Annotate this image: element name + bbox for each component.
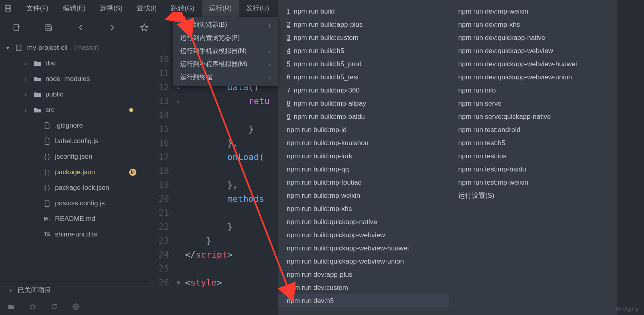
script-item[interactable]: npm run build:h5_prod bbox=[278, 57, 449, 71]
script-item[interactable]: npm run test:mp-weixin bbox=[449, 176, 617, 189]
menu-select[interactable]: 选择(S) bbox=[93, 0, 130, 17]
tree-file[interactable]: { }package-lock.json bbox=[0, 180, 149, 195]
script-item[interactable]: npm run test:ios bbox=[449, 150, 617, 163]
run-menu-item[interactable]: 运行到手机或模拟器(N)› bbox=[173, 45, 278, 58]
tree-item-label: public bbox=[45, 91, 63, 98]
save-icon[interactable] bbox=[44, 23, 53, 32]
tree-file[interactable]: postcss.config.js bbox=[0, 195, 149, 211]
bug-icon[interactable] bbox=[29, 303, 37, 311]
script-item[interactable]: npm run build:mp-baidu bbox=[278, 110, 449, 123]
folder-icon bbox=[33, 75, 41, 83]
script-item[interactable]: npm run build:h5_test bbox=[278, 71, 449, 84]
project-icon: U bbox=[15, 44, 23, 52]
run-menu-item[interactable]: 运行到终端› bbox=[173, 71, 278, 84]
back-icon[interactable] bbox=[76, 23, 85, 32]
script-item[interactable]: npm run build:mp-toutiao bbox=[278, 176, 449, 189]
menu-edit[interactable]: 编辑(E) bbox=[56, 0, 93, 17]
json-icon: { } bbox=[43, 184, 51, 192]
folder-icon bbox=[33, 106, 41, 114]
script-item[interactable]: npm run build:mp-alipay bbox=[278, 97, 449, 110]
script-item[interactable]: npm run dev:quickapp-webview bbox=[449, 44, 617, 57]
closed-projects[interactable]: › 已关闭项目 bbox=[0, 282, 149, 298]
script-item[interactable]: npm run build:mp-qq bbox=[278, 163, 449, 176]
file-icon bbox=[43, 122, 51, 130]
tree-folder[interactable]: ›node_modules bbox=[0, 71, 149, 87]
menu-file[interactable]: 文件(F) bbox=[19, 0, 56, 17]
line-number: 13 bbox=[149, 94, 169, 108]
tree-item-label: .gitignore bbox=[55, 122, 83, 130]
terminal-scripts-submenu: npm run buildnpm run build:app-plusnpm r… bbox=[278, 0, 617, 315]
fold-marker bbox=[174, 262, 183, 276]
tree-file[interactable]: { }package.jsonM bbox=[0, 164, 149, 180]
forward-icon[interactable] bbox=[108, 23, 117, 32]
menu-publish[interactable]: 发行(U) bbox=[239, 0, 276, 17]
new-file-icon[interactable] bbox=[12, 23, 22, 32]
script-item[interactable]: npm run serve bbox=[449, 97, 617, 110]
fold-marker bbox=[174, 136, 183, 150]
app-logo-icon bbox=[4, 4, 12, 12]
svg-text:U: U bbox=[18, 46, 20, 50]
tree-file[interactable]: .gitignore bbox=[0, 118, 149, 133]
sync-icon[interactable] bbox=[50, 303, 58, 311]
ts-icon: TS bbox=[43, 230, 51, 238]
tree-folder[interactable]: ›public bbox=[0, 87, 149, 102]
script-item[interactable]: npm run dev:h5 bbox=[278, 294, 449, 307]
menu-find[interactable]: 查找(I) bbox=[130, 0, 164, 17]
script-item[interactable]: npm run build:mp-360 bbox=[278, 84, 449, 97]
run-menu-label: 运行到小程序模拟器(M) bbox=[180, 60, 247, 69]
tree-item-label: dist bbox=[45, 59, 56, 67]
folder-icon[interactable] bbox=[7, 303, 15, 311]
chevron-right-icon: › bbox=[269, 75, 271, 81]
globe-icon[interactable] bbox=[72, 303, 80, 311]
tree-folder[interactable]: ›dist bbox=[0, 55, 149, 71]
script-item[interactable]: npm run dev:app-plus bbox=[278, 268, 449, 281]
script-item[interactable]: npm run build:app-plus bbox=[278, 18, 449, 31]
script-item[interactable]: npm run dev:mp-xhs bbox=[449, 18, 617, 31]
tree-file[interactable]: babel.config.js bbox=[0, 133, 149, 149]
tree-file[interactable]: { }jsconfig.json bbox=[0, 149, 149, 164]
fold-marker[interactable]: ⊟ bbox=[174, 276, 183, 289]
script-item[interactable]: 运行设置(S) bbox=[449, 189, 617, 202]
script-item[interactable]: npm run build:mp-weixin bbox=[278, 189, 449, 202]
run-menu-item[interactable]: 运行到小程序模拟器(M)› bbox=[173, 58, 278, 71]
script-item[interactable]: npm run dev:quickapp-webview-union bbox=[449, 71, 617, 84]
script-item[interactable]: npm run build:mp-lark bbox=[278, 150, 449, 163]
fold-marker bbox=[174, 108, 183, 122]
script-item[interactable]: npm run dev:mp-weixin bbox=[449, 5, 617, 18]
script-item[interactable]: npm run dev:custom bbox=[278, 281, 449, 294]
script-item[interactable]: npm run build:quickapp-webview bbox=[278, 228, 449, 242]
script-item[interactable]: npm run build:quickapp-webview-huawei bbox=[278, 242, 449, 255]
run-menu-item[interactable]: 运行到内置浏览器(P) bbox=[173, 32, 278, 45]
script-item[interactable]: npm run build:mp-jd bbox=[278, 123, 449, 136]
script-item[interactable]: npm run build:quickapp-webview-union bbox=[278, 255, 449, 268]
js-icon bbox=[43, 137, 51, 145]
script-item[interactable]: npm run build:h5 bbox=[278, 44, 449, 57]
scripts-column-1: npm run buildnpm run build:app-plusnpm r… bbox=[278, 5, 449, 310]
menu-goto[interactable]: 跳转(G) bbox=[164, 0, 202, 17]
script-item[interactable]: npm run build bbox=[278, 5, 449, 18]
star-icon[interactable] bbox=[140, 23, 149, 32]
tree-file[interactable]: TSshime-uni.d.ts bbox=[0, 226, 149, 242]
tree-item-label: package-lock.json bbox=[55, 184, 109, 192]
script-item[interactable]: npm run build:custom bbox=[278, 31, 449, 44]
script-item[interactable]: npm run serve:quickapp-native bbox=[449, 110, 617, 123]
tree-folder[interactable]: ›src bbox=[0, 102, 149, 118]
tree-item-label: shime-uni.d.ts bbox=[55, 230, 97, 238]
run-menu-item[interactable]: 运行到浏览器(B)› bbox=[173, 18, 278, 32]
script-item[interactable]: npm run dev:quickapp-webview-huawei bbox=[449, 57, 617, 71]
script-item[interactable]: npm run build:mp-kuaishou bbox=[278, 136, 449, 150]
fold-marker[interactable]: ⊟ bbox=[174, 94, 183, 108]
script-item[interactable]: npm run build:quickapp-native bbox=[278, 215, 449, 228]
script-item[interactable]: npm run dev:quickapp-native bbox=[449, 31, 617, 44]
project-root[interactable]: ▾ U my-project-cli - {master} bbox=[0, 40, 149, 55]
menu-run[interactable]: 运行(R) bbox=[202, 0, 239, 17]
script-item[interactable]: npm run test:h5 bbox=[449, 136, 617, 150]
script-item[interactable]: npm run test:android bbox=[449, 123, 617, 136]
script-item[interactable]: npm run test:mp-baidu bbox=[449, 163, 617, 176]
tree-item-label: package.json bbox=[55, 168, 95, 176]
tree-file[interactable]: M↓README.md bbox=[0, 211, 149, 226]
script-item[interactable]: npm run build:mp-xhs bbox=[278, 202, 449, 215]
line-number: 23 bbox=[149, 234, 169, 248]
script-item[interactable]: npm run info bbox=[449, 84, 617, 97]
tree-item-label: postcss.config.js bbox=[55, 199, 105, 207]
